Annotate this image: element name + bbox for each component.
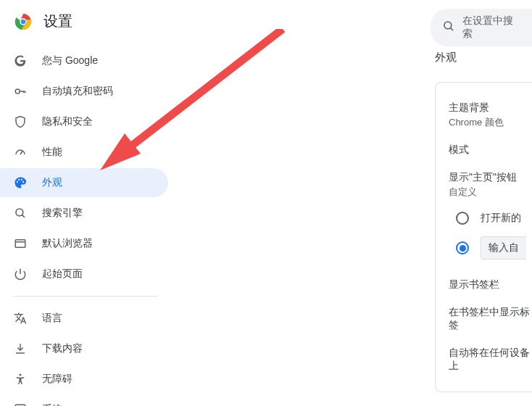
theme-label: 主题背景 — [449, 102, 532, 115]
mode-row[interactable]: 模式 — [449, 136, 532, 164]
mode-label: 模式 — [449, 144, 532, 157]
sidebar-item-label: 搜索引擎 — [42, 207, 83, 220]
svg-point-3 — [444, 22, 452, 29]
sidebar-item-accessibility[interactable]: 无障碍 — [0, 365, 168, 394]
google-g-icon — [13, 54, 28, 68]
section-title: 外观 — [435, 51, 532, 65]
palette-icon — [13, 175, 28, 190]
search-placeholder: 在设置中搜索 — [462, 14, 518, 41]
sidebar-item-label: 无障碍 — [42, 373, 72, 386]
svg-point-15 — [20, 374, 22, 376]
svg-point-2 — [20, 19, 26, 25]
translate-icon — [13, 311, 28, 326]
sidebar-item-downloads[interactable]: 下载内容 — [0, 334, 168, 363]
radio-newtab[interactable]: 打开新的 — [456, 206, 532, 231]
sidebar-item-label: 性能 — [42, 146, 62, 159]
chrome-logo-icon — [14, 13, 32, 30]
sidebar-item-label: 系统 — [42, 403, 62, 406]
theme-row[interactable]: 主题背景 Chrome 颜色 — [449, 94, 532, 136]
sidebar-item-appearance[interactable]: 外观 — [0, 168, 168, 197]
sidebar-item-label: 自动填充和密码 — [42, 85, 113, 98]
radio-custom-url[interactable]: 输入自 — [456, 231, 532, 265]
sidebar-item-label: 隐私和安全 — [42, 115, 93, 128]
radio-icon — [456, 241, 469, 254]
tab-labels-row[interactable]: 在书签栏中显示标签 — [449, 299, 532, 339]
sidebar: 您与 Google 自动填充和密码 隐私和安全 性能 外观 搜索引擎 默认浏览器… — [0, 45, 174, 406]
key-icon — [13, 84, 28, 99]
download-icon — [13, 341, 28, 356]
page-title: 设置 — [43, 12, 72, 31]
radio-icon — [456, 212, 469, 225]
theme-value: Chrome 颜色 — [449, 116, 532, 129]
content-panel: 外观 主题背景 Chrome 颜色 模式 显示"主页"按钮 自定义 打开新的 输… — [435, 51, 532, 392]
sidebar-item-default-browser[interactable]: 默认浏览器 — [0, 229, 168, 258]
speedometer-icon — [13, 145, 28, 160]
home-button-row[interactable]: 显示"主页"按钮 自定义 — [449, 164, 532, 206]
bookmarks-bar-row[interactable]: 显示书签栏 — [449, 271, 532, 299]
divider — [13, 296, 158, 297]
home-button-label: 显示"主页"按钮 — [449, 171, 532, 184]
auto-device-label: 自动将在任何设备上 — [449, 347, 532, 373]
svg-line-9 — [20, 152, 22, 155]
svg-line-4 — [450, 28, 453, 30]
home-button-sub: 自定义 — [449, 186, 532, 199]
svg-rect-12 — [15, 240, 25, 248]
browser-icon — [13, 236, 28, 251]
sidebar-item-system[interactable]: 系统 — [0, 395, 168, 406]
sidebar-item-you-and-google[interactable]: 您与 Google — [0, 46, 168, 75]
sidebar-item-performance[interactable]: 性能 — [0, 138, 168, 167]
shield-icon — [13, 115, 28, 129]
auto-device-row[interactable]: 自动将在任何设备上 — [449, 339, 532, 380]
tab-labels-label: 在书签栏中显示标签 — [449, 306, 532, 332]
search-icon — [442, 20, 455, 36]
sidebar-item-languages[interactable]: 语言 — [0, 304, 168, 333]
sidebar-item-label: 默认浏览器 — [42, 237, 93, 250]
sidebar-item-label: 您与 Google — [42, 54, 98, 67]
search-input[interactable]: 在设置中搜索 — [431, 9, 532, 46]
sidebar-item-on-startup[interactable]: 起始页面 — [0, 260, 168, 289]
radio-label: 打开新的 — [481, 212, 521, 225]
svg-point-5 — [15, 89, 20, 94]
accessibility-icon — [13, 372, 28, 386]
power-icon — [13, 267, 28, 281]
svg-line-11 — [22, 215, 25, 218]
system-icon — [13, 402, 28, 406]
settings-card: 主题背景 Chrome 颜色 模式 显示"主页"按钮 自定义 打开新的 输入自 … — [435, 82, 532, 392]
search-icon — [13, 206, 28, 220]
sidebar-item-search-engine[interactable]: 搜索引擎 — [0, 199, 168, 228]
sidebar-item-label: 下载内容 — [42, 342, 83, 355]
svg-point-10 — [16, 209, 23, 216]
bookmarks-bar-label: 显示书签栏 — [449, 278, 532, 291]
sidebar-item-label: 语言 — [42, 312, 62, 325]
sidebar-item-label: 起始页面 — [42, 268, 83, 281]
sidebar-item-privacy[interactable]: 隐私和安全 — [0, 107, 168, 136]
custom-url-input[interactable]: 输入自 — [481, 236, 526, 260]
sidebar-item-label: 外观 — [42, 176, 62, 189]
sidebar-item-autofill[interactable]: 自动填充和密码 — [0, 77, 168, 106]
